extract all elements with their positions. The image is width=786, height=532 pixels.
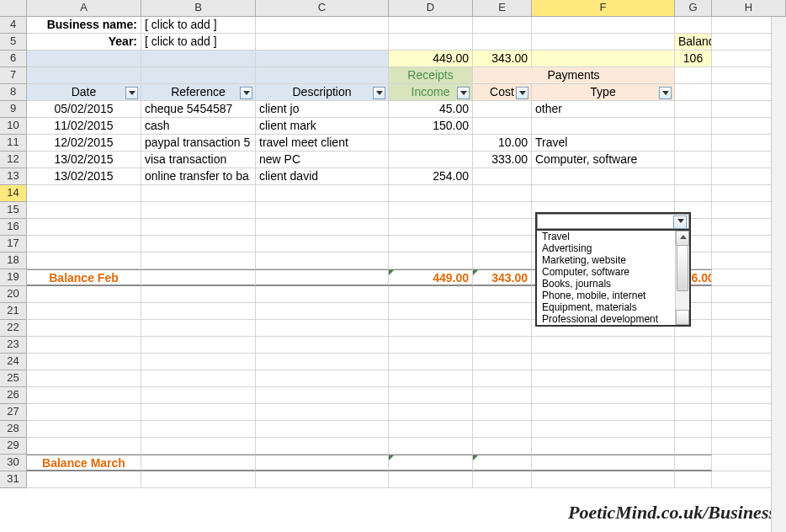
cell[interactable] <box>389 236 473 253</box>
cell[interactable] <box>675 185 712 202</box>
cell[interactable] <box>473 421 532 438</box>
cell-cost[interactable]: 333.00 <box>473 152 532 168</box>
cell[interactable] <box>389 303 473 320</box>
col-F[interactable]: F <box>532 0 675 17</box>
cell[interactable] <box>532 17 675 34</box>
dropdown-item[interactable]: Advertising <box>537 242 674 254</box>
hdr-cost[interactable]: Cost <box>473 84 532 101</box>
cell[interactable] <box>256 370 389 387</box>
select-all[interactable] <box>0 0 27 17</box>
cell[interactable] <box>27 320 141 337</box>
cell-type[interactable]: Computer, software <box>532 152 675 168</box>
row-21[interactable]: 21 <box>0 303 27 320</box>
cell[interactable] <box>27 286 141 303</box>
cell[interactable] <box>675 84 712 101</box>
row-20[interactable]: 20 <box>0 286 27 303</box>
cell[interactable] <box>256 421 389 438</box>
cell[interactable] <box>389 17 473 34</box>
cell[interactable] <box>256 253 389 269</box>
cell[interactable] <box>532 471 675 488</box>
dropdown-list[interactable]: TravelAdvertisingMarketing, websiteCompu… <box>537 229 689 325</box>
cell[interactable] <box>141 286 256 303</box>
cell[interactable] <box>256 202 389 219</box>
cell[interactable] <box>256 236 389 253</box>
cell[interactable] <box>141 354 256 370</box>
cell[interactable] <box>473 404 532 421</box>
cell[interactable] <box>473 303 532 320</box>
dropdown-scrollbar[interactable] <box>675 231 689 325</box>
cell[interactable] <box>256 438 389 455</box>
cell[interactable] <box>27 471 141 488</box>
cell[interactable] <box>675 118 712 135</box>
cell[interactable] <box>675 404 712 421</box>
hdr-date[interactable]: Date <box>27 84 141 101</box>
cell[interactable] <box>141 404 256 421</box>
row-27[interactable]: 27 <box>0 404 27 421</box>
cell[interactable] <box>256 471 389 488</box>
cell-income[interactable]: 45.00 <box>389 101 473 118</box>
cell[interactable] <box>141 387 256 404</box>
row-28[interactable]: 28 <box>0 421 27 438</box>
cell[interactable] <box>27 354 141 370</box>
cell[interactable] <box>473 471 532 488</box>
cell[interactable] <box>389 185 473 202</box>
cell-type[interactable] <box>532 168 675 185</box>
cell[interactable] <box>389 387 473 404</box>
row-19[interactable]: 19 <box>0 269 27 286</box>
cell[interactable] <box>141 202 256 219</box>
cell[interactable] <box>389 471 473 488</box>
row-7[interactable]: 7 <box>0 67 27 84</box>
cell-type[interactable]: other <box>532 101 675 118</box>
row-29[interactable]: 29 <box>0 438 27 455</box>
cell[interactable] <box>532 185 675 202</box>
cell[interactable] <box>141 253 256 269</box>
cell[interactable] <box>256 34 389 51</box>
cell[interactable] <box>473 253 532 269</box>
cell[interactable] <box>27 51 141 67</box>
cell[interactable] <box>675 387 712 404</box>
cell[interactable] <box>389 320 473 337</box>
row-11[interactable]: 11 <box>0 135 27 152</box>
cell-type[interactable] <box>532 118 675 135</box>
cell[interactable] <box>532 34 675 51</box>
cell[interactable] <box>256 17 389 34</box>
cell[interactable] <box>532 51 675 67</box>
cell[interactable] <box>532 387 675 404</box>
cell-description[interactable]: travel meet client <box>256 135 389 152</box>
cell[interactable] <box>27 404 141 421</box>
col-C[interactable]: C <box>256 0 389 17</box>
cell[interactable] <box>389 219 473 236</box>
cell-income[interactable] <box>389 135 473 152</box>
cell[interactable] <box>473 34 532 51</box>
cell[interactable] <box>675 135 712 152</box>
cell[interactable] <box>473 354 532 370</box>
cell-type[interactable]: Travel <box>532 135 675 152</box>
col-A[interactable]: A <box>27 0 141 17</box>
dropdown-item[interactable]: Travel <box>537 231 674 242</box>
cell[interactable] <box>675 370 712 387</box>
cell[interactable] <box>473 438 532 455</box>
cell-cost[interactable] <box>473 168 532 185</box>
vertical-scrollbar[interactable] <box>771 17 786 532</box>
cell[interactable] <box>256 303 389 320</box>
cell-date[interactable]: 11/02/2015 <box>27 118 141 135</box>
row-17[interactable]: 17 <box>0 236 27 253</box>
cell[interactable] <box>256 455 389 471</box>
cell[interactable] <box>389 34 473 51</box>
cell[interactable] <box>389 438 473 455</box>
cell-reference[interactable]: visa transaction <box>141 152 256 168</box>
cell[interactable] <box>27 303 141 320</box>
hdr-description[interactable]: Description <box>256 84 389 101</box>
cell[interactable] <box>141 269 256 286</box>
cell[interactable] <box>256 354 389 370</box>
cell-reference[interactable]: paypal transaction 5 <box>141 135 256 152</box>
cell[interactable] <box>256 51 389 67</box>
cell[interactable] <box>473 286 532 303</box>
cell[interactable] <box>675 337 712 354</box>
cell-reference[interactable]: online transfer to ba <box>141 168 256 185</box>
cell[interactable] <box>141 185 256 202</box>
cell[interactable] <box>141 236 256 253</box>
cell[interactable] <box>141 67 256 84</box>
cell[interactable] <box>141 438 256 455</box>
cell[interactable] <box>389 253 473 269</box>
